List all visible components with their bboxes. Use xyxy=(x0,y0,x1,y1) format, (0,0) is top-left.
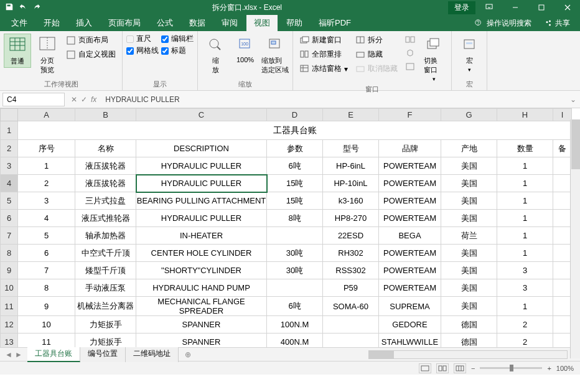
view-side-button[interactable] xyxy=(403,34,418,46)
ribbon-tab-3[interactable]: 页面布局 xyxy=(101,15,148,31)
table-cell[interactable]: 美国 xyxy=(441,245,497,262)
table-cell[interactable]: 1 xyxy=(497,227,553,245)
table-cell[interactable] xyxy=(553,227,572,245)
row-header[interactable]: 8 xyxy=(1,245,18,262)
table-cell[interactable]: 1 xyxy=(497,192,553,210)
table-cell[interactable]: 1 xyxy=(497,245,553,262)
expand-formula-icon[interactable]: ⌄ xyxy=(566,95,580,104)
sheet-nav-prev-icon[interactable]: ◄ xyxy=(5,350,12,359)
col-header[interactable]: I xyxy=(553,109,572,121)
table-cell[interactable]: 2 xyxy=(497,316,553,334)
switch-window-button[interactable]: 切换窗口▾ xyxy=(420,34,447,83)
col-header[interactable]: H xyxy=(497,109,553,121)
row-header[interactable]: 12 xyxy=(1,316,18,334)
table-cell[interactable]: 8吨 xyxy=(267,210,323,227)
tell-me[interactable]: 操作说明搜索 xyxy=(468,16,538,31)
redo-icon[interactable] xyxy=(32,2,41,13)
table-cell[interactable] xyxy=(553,316,572,334)
row-header[interactable]: 5 xyxy=(1,192,18,210)
table-cell[interactable] xyxy=(553,334,572,348)
table-cell[interactable]: HYDRAULIC HAND PUMP xyxy=(136,279,267,297)
table-header-cell[interactable]: 型号 xyxy=(323,140,379,157)
hide-button[interactable]: 隐藏 xyxy=(353,48,400,61)
vertical-scrollbar[interactable] xyxy=(570,119,580,358)
add-sheet-button[interactable]: ⊕ xyxy=(179,348,197,361)
col-header[interactable]: D xyxy=(267,109,323,121)
freeze-panes-button[interactable]: 冻结窗格▾ xyxy=(297,62,350,75)
table-cell[interactable]: 美国 xyxy=(441,175,497,192)
zoom-selection-button[interactable]: 缩放到 选定区域 xyxy=(261,34,289,76)
table-cell[interactable] xyxy=(553,192,572,210)
worksheet-grid[interactable]: ABCDEFGHI1工器具台账2序号名称DESCRIPTION参数型号品牌产地数… xyxy=(0,108,580,347)
confirm-icon[interactable]: ✓ xyxy=(81,95,87,104)
row-header[interactable]: 6 xyxy=(1,210,18,227)
scrollbar-thumb[interactable] xyxy=(571,119,580,169)
table-cell[interactable]: 轴承加热器 xyxy=(75,227,136,245)
table-cell[interactable]: 100N.M xyxy=(267,316,323,334)
table-cell[interactable]: 1 xyxy=(497,157,553,175)
table-cell[interactable] xyxy=(553,279,572,297)
normal-view-icon[interactable] xyxy=(419,363,431,373)
select-all-corner[interactable] xyxy=(1,109,18,121)
col-header[interactable]: E xyxy=(323,109,379,121)
scrollbar-thumb[interactable] xyxy=(369,351,394,358)
table-cell[interactable]: HP8-270 xyxy=(323,210,379,227)
table-cell[interactable]: 手动液压泵 xyxy=(75,279,136,297)
row-header[interactable]: 13 xyxy=(1,334,18,348)
sheet-tab[interactable]: 编号位置 xyxy=(80,347,126,362)
maximize-icon[interactable] xyxy=(529,0,554,15)
ribbon-tab-7[interactable]: 视图 xyxy=(246,15,278,31)
col-header[interactable]: G xyxy=(441,109,497,121)
table-cell[interactable]: BEARING PULLING ATTACHMENT xyxy=(136,192,267,210)
zoom-slider[interactable] xyxy=(480,367,542,369)
table-cell[interactable] xyxy=(553,297,572,316)
table-cell[interactable]: 30吨 xyxy=(267,262,323,279)
save-icon[interactable] xyxy=(5,2,14,13)
split-button[interactable]: 拆分 xyxy=(353,34,400,47)
table-cell[interactable] xyxy=(553,245,572,262)
table-cell[interactable]: 美国 xyxy=(441,297,497,316)
table-cell[interactable]: 5 xyxy=(18,227,75,245)
ribbon-tab-6[interactable]: 审阅 xyxy=(214,15,245,31)
table-cell[interactable]: 6 xyxy=(18,245,75,262)
normal-view-button[interactable]: 普通 xyxy=(4,34,31,68)
table-cell[interactable]: 力矩扳手 xyxy=(75,316,136,334)
ribbon-tab-0[interactable]: 文件 xyxy=(4,15,35,31)
table-cell[interactable]: 力矩扳手 xyxy=(75,334,136,348)
table-cell[interactable]: 10 xyxy=(18,316,75,334)
sheet-tab[interactable]: 二维码地址 xyxy=(126,347,179,362)
table-cell[interactable]: POWERTEAM xyxy=(379,175,441,192)
table-cell[interactable]: 3 xyxy=(497,262,553,279)
table-cell[interactable]: 2 xyxy=(18,175,75,192)
table-cell[interactable]: POWERTEAM xyxy=(379,262,441,279)
close-icon[interactable] xyxy=(555,0,580,15)
page-layout-button[interactable]: 页面布局 xyxy=(63,34,118,47)
macro-button[interactable]: 宏▾ xyxy=(456,34,483,74)
row-header[interactable]: 9 xyxy=(1,262,18,279)
table-cell[interactable]: 7 xyxy=(18,262,75,279)
table-cell[interactable]: GEDORE xyxy=(379,316,441,334)
table-cell[interactable]: HYDRAULIC PULLER xyxy=(136,175,267,192)
col-header[interactable]: A xyxy=(18,109,75,121)
zoom-button[interactable]: 缩 放 xyxy=(202,34,229,76)
table-cell[interactable]: 3 xyxy=(497,279,553,297)
table-cell[interactable]: "SHORTY"CYLINDER xyxy=(136,262,267,279)
row-header[interactable]: 10 xyxy=(1,279,18,297)
table-cell[interactable]: 1 xyxy=(497,175,553,192)
table-cell[interactable]: POWERTEAM xyxy=(379,210,441,227)
page-layout-view-icon[interactable] xyxy=(436,363,449,373)
table-cell[interactable]: k3-160 xyxy=(323,192,379,210)
zoom-out-button[interactable]: − xyxy=(471,365,475,372)
ruler-checkbox[interactable]: 直尺 xyxy=(126,34,159,44)
cancel-icon[interactable]: ✕ xyxy=(71,95,77,104)
ribbon-tab-2[interactable]: 插入 xyxy=(68,15,100,31)
custom-view-button[interactable]: 自定义视图 xyxy=(63,48,118,61)
row-header[interactable]: 2 xyxy=(1,140,18,157)
arrange-all-button[interactable]: 全部重排 xyxy=(297,48,350,61)
table-cell[interactable]: 美国 xyxy=(441,262,497,279)
col-header[interactable]: B xyxy=(75,109,136,121)
col-header[interactable]: F xyxy=(379,109,441,121)
table-cell[interactable]: 4 xyxy=(18,210,75,227)
table-cell[interactable]: 美国 xyxy=(441,192,497,210)
table-cell[interactable]: 美国 xyxy=(441,210,497,227)
